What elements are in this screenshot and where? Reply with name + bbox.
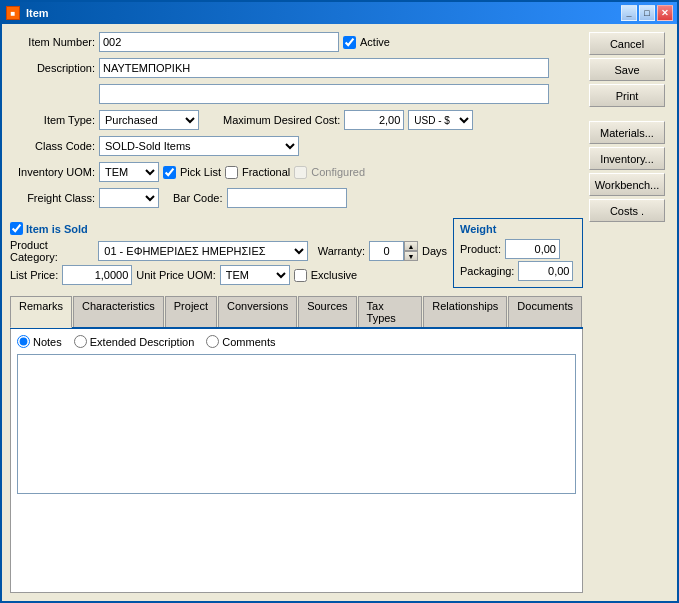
notes-textarea[interactable] xyxy=(17,354,576,494)
right-panel: Cancel Save Print Materials... Inventory… xyxy=(589,32,669,593)
active-label: Active xyxy=(360,36,390,48)
warranty-spinner: ▲ ▼ xyxy=(369,241,418,261)
product-weight-input[interactable] xyxy=(505,239,560,259)
unit-price-uom-label: Unit Price UOM: xyxy=(136,269,215,281)
weight-box: Weight Product: Packaging: xyxy=(453,218,583,288)
tab-characteristics[interactable]: Characteristics xyxy=(73,296,164,327)
packaging-weight-label: Packaging: xyxy=(460,265,514,277)
comments-label: Comments xyxy=(222,336,275,348)
class-code-row: Class Code: SOLD-Sold Items xyxy=(10,136,583,156)
materials-button[interactable]: Materials... xyxy=(589,121,665,144)
weight-title: Weight xyxy=(460,223,576,235)
minimize-button[interactable]: _ xyxy=(621,5,637,21)
tab-remarks[interactable]: Remarks xyxy=(10,296,72,328)
tab-relationships[interactable]: Relationships xyxy=(423,296,507,327)
exclusive-label: Exclusive xyxy=(311,269,357,281)
active-checkbox[interactable] xyxy=(343,36,356,49)
item-sold-row: Item is Sold xyxy=(10,218,447,239)
inventory-uom-row: Inventory UOM: TEM Pick List Fractional … xyxy=(10,162,583,182)
notes-label: Notes xyxy=(33,336,62,348)
save-button[interactable]: Save xyxy=(589,58,665,81)
warranty-down-button[interactable]: ▼ xyxy=(404,251,418,261)
product-category-row: Product Category: 01 - ΕΦΗΜΕΡΙΔΕΣ ΗΜΕΡΗΣ… xyxy=(10,239,447,263)
workbench-button[interactable]: Workbench... xyxy=(589,173,665,196)
maximize-button[interactable]: □ xyxy=(639,5,655,21)
packaging-weight-row: Packaging: xyxy=(460,261,576,281)
title-bar: ■ Item _ □ ✕ xyxy=(2,2,677,24)
extended-desc-radio-label[interactable]: Extended Description xyxy=(74,335,195,348)
window-icon: ■ xyxy=(6,6,20,20)
tab-tax-types[interactable]: Tax Types xyxy=(358,296,423,327)
list-price-row: List Price: Unit Price UOM: TEM Exclusiv… xyxy=(10,265,447,285)
warranty-input[interactable] xyxy=(369,241,404,261)
product-weight-label: Product: xyxy=(460,243,501,255)
window-controls: _ □ ✕ xyxy=(621,5,673,21)
tab-conversions[interactable]: Conversions xyxy=(218,296,297,327)
description-row: Description: xyxy=(10,58,583,78)
item-type-select[interactable]: Purchased Manufactured Phantom Reference xyxy=(99,110,199,130)
remarks-radio-row: Notes Extended Description Comments xyxy=(17,335,576,348)
window-title: Item xyxy=(26,7,49,19)
packaging-weight-input[interactable] xyxy=(518,261,573,281)
comments-radio-label[interactable]: Comments xyxy=(206,335,275,348)
description-label: Description: xyxy=(10,62,95,74)
sold-section: Item is Sold Product Category: 01 - ΕΦΗΜ… xyxy=(10,218,447,287)
freight-class-label: Freight Class: xyxy=(10,192,95,204)
exclusive-checkbox[interactable] xyxy=(294,269,307,282)
list-price-label: List Price: xyxy=(10,269,58,281)
configured-label: Configured xyxy=(311,166,365,178)
class-code-select[interactable]: SOLD-Sold Items xyxy=(99,136,299,156)
warranty-label: Warranty: xyxy=(318,245,365,257)
freight-class-select[interactable] xyxy=(99,188,159,208)
days-label: Days xyxy=(422,245,447,257)
extended-desc-label: Extended Description xyxy=(90,336,195,348)
item-type-row: Item Type: Purchased Manufactured Phanto… xyxy=(10,110,583,130)
currency-select[interactable]: USD - $ xyxy=(408,110,473,130)
configured-checkbox[interactable] xyxy=(294,166,307,179)
print-button[interactable]: Print xyxy=(589,84,665,107)
cancel-button[interactable]: Cancel xyxy=(589,32,665,55)
list-price-input[interactable] xyxy=(62,265,132,285)
item-number-input[interactable]: 002 xyxy=(99,32,339,52)
unit-price-uom-select[interactable]: TEM xyxy=(220,265,290,285)
product-weight-row: Product: xyxy=(460,239,576,259)
tabs-container: Remarks Characteristics Project Conversi… xyxy=(10,296,583,593)
tab-sources[interactable]: Sources xyxy=(298,296,356,327)
fractional-checkbox[interactable] xyxy=(225,166,238,179)
item-number-label: Item Number: xyxy=(10,36,95,48)
inventory-uom-label: Inventory UOM: xyxy=(10,166,95,178)
freight-barcode-row: Freight Class: Bar Code: xyxy=(10,188,583,208)
fractional-label: Fractional xyxy=(242,166,290,178)
costs-button[interactable]: Costs . xyxy=(589,199,665,222)
warranty-spin-buttons: ▲ ▼ xyxy=(404,241,418,261)
product-category-label: Product Category: xyxy=(10,239,94,263)
description-input[interactable] xyxy=(99,58,549,78)
comments-radio[interactable] xyxy=(206,335,219,348)
sold-weight-row: Item is Sold Product Category: 01 - ΕΦΗΜ… xyxy=(10,218,583,288)
item-type-label: Item Type: xyxy=(10,114,95,126)
pick-list-checkbox[interactable] xyxy=(163,166,176,179)
item-window: ■ Item _ □ ✕ Item Number: 002 Active Des… xyxy=(0,0,679,603)
item-sold-checkbox[interactable] xyxy=(10,222,23,235)
item-sold-checkbox-label[interactable]: Item is Sold xyxy=(10,222,447,235)
bar-code-label: Bar Code: xyxy=(173,192,223,204)
inventory-button[interactable]: Inventory... xyxy=(589,147,665,170)
inventory-uom-select[interactable]: TEM xyxy=(99,162,159,182)
warranty-up-button[interactable]: ▲ xyxy=(404,241,418,251)
notes-radio[interactable] xyxy=(17,335,30,348)
bar-code-input[interactable] xyxy=(227,188,347,208)
notes-radio-label[interactable]: Notes xyxy=(17,335,62,348)
main-panel: Item Number: 002 Active Description: Ite… xyxy=(10,32,583,593)
description-row2 xyxy=(10,84,583,104)
description-input2[interactable] xyxy=(99,84,549,104)
max-cost-label: Maximum Desired Cost: xyxy=(223,114,340,126)
class-code-label: Class Code: xyxy=(10,140,95,152)
max-cost-input[interactable] xyxy=(344,110,404,130)
pick-list-label: Pick List xyxy=(180,166,221,178)
close-button[interactable]: ✕ xyxy=(657,5,673,21)
extended-desc-radio[interactable] xyxy=(74,335,87,348)
tab-project[interactable]: Project xyxy=(165,296,217,327)
tab-documents[interactable]: Documents xyxy=(508,296,582,327)
product-category-select[interactable]: 01 - ΕΦΗΜΕΡΙΔΕΣ ΗΜΕΡΗΣΙΕΣ xyxy=(98,241,307,261)
tabs: Remarks Characteristics Project Conversi… xyxy=(10,296,583,329)
